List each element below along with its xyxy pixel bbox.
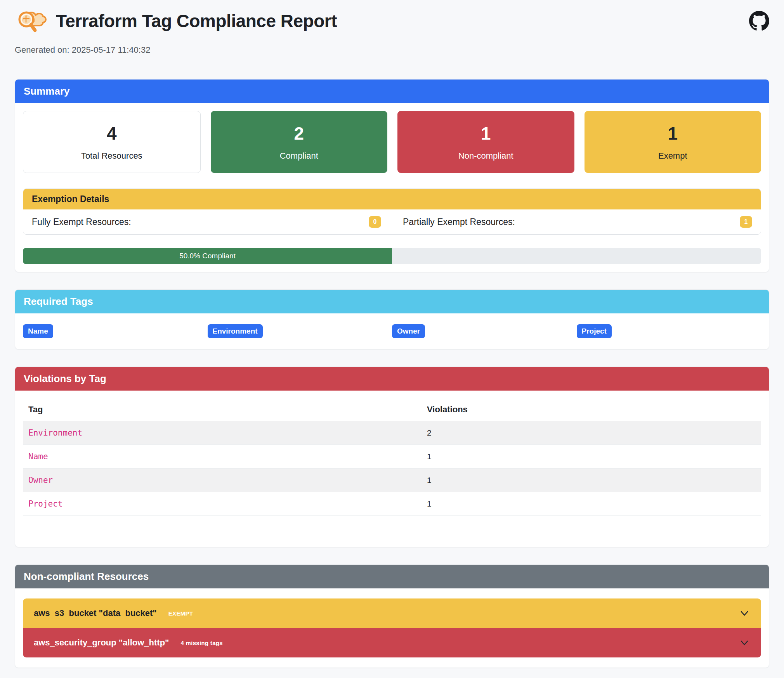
violations-col-tag: Tag	[23, 400, 421, 421]
table-row: Owner 1	[23, 469, 761, 492]
violation-count: 2	[421, 421, 761, 445]
compliance-progress-track: 50.0% Compliant	[23, 248, 761, 264]
stat-card-total: 4 Total Resources	[23, 111, 201, 173]
page-header: Terraform Tag Compliance Report	[15, 5, 769, 36]
stat-card-noncompliant: 1 Non-compliant	[397, 111, 574, 173]
noncompliant-header: Non-compliant Resources	[15, 565, 769, 588]
summary-header: Summary	[15, 80, 769, 103]
compliance-progress-fill: 50.0% Compliant	[23, 248, 392, 264]
resource-name: aws_s3_bucket "data_bucket"	[34, 608, 157, 618]
resource-status-badge: 4 missing tags	[181, 640, 223, 646]
partially-exempt-count-badge: 1	[740, 216, 752, 228]
accordion-item-allow-http[interactable]: aws_security_group "allow_http" 4 missin…	[23, 628, 761, 657]
violations-section: Violations by Tag Tag Violations Environ…	[15, 367, 769, 547]
exemption-details-box: Exemption Details Fully Exempt Resources…	[23, 189, 761, 235]
table-row: Name 1	[23, 445, 761, 469]
stat-card-exempt: 1 Exempt	[585, 111, 761, 173]
table-row: Environment 2	[23, 421, 761, 445]
summary-section: Summary 4 Total Resources 2 Compliant 1 …	[15, 79, 769, 272]
chevron-down-icon	[739, 607, 750, 619]
chevron-down-icon	[739, 637, 750, 649]
violation-count: 1	[421, 445, 761, 469]
required-tag-badge-project: Project	[577, 324, 612, 338]
summary-stat-row: 4 Total Resources 2 Compliant 1 Non-comp…	[23, 111, 761, 173]
exemption-details-header: Exemption Details	[23, 189, 761, 209]
violation-tag: Owner	[23, 469, 421, 492]
partially-exempt-label: Partially Exempt Resources:	[403, 217, 515, 227]
violations-header: Violations by Tag	[15, 367, 769, 391]
page-title: Terraform Tag Compliance Report	[56, 10, 742, 31]
stat-card-compliant: 2 Compliant	[211, 111, 388, 173]
stat-exempt-label: Exempt	[658, 151, 687, 161]
fully-exempt-label: Fully Exempt Resources:	[32, 217, 131, 227]
page-container: Terraform Tag Compliance Report Generate…	[0, 0, 784, 678]
terratags-logo-icon	[15, 5, 49, 36]
resource-status-badge: EXEMPT	[168, 610, 193, 617]
violation-count: 1	[421, 469, 761, 492]
stat-total-value: 4	[107, 123, 117, 144]
github-icon	[749, 11, 769, 31]
table-row: Project 1	[23, 492, 761, 516]
violation-count: 1	[421, 492, 761, 516]
stat-compliant-label: Compliant	[280, 151, 318, 161]
stat-noncompliant-label: Non-compliant	[458, 151, 513, 161]
violations-table: Tag Violations Environment 2 Name 1 Owne…	[23, 400, 761, 516]
required-tag-badge-name: Name	[23, 324, 53, 338]
violations-col-count: Violations	[421, 400, 761, 421]
stat-compliant-value: 2	[294, 123, 304, 144]
violation-tag: Project	[23, 492, 421, 516]
fully-exempt-count-badge: 0	[369, 216, 381, 228]
required-tag-badge-environment: Environment	[208, 324, 263, 338]
accordion-item-data-bucket[interactable]: aws_s3_bucket "data_bucket" EXEMPT	[23, 598, 761, 628]
stat-noncompliant-value: 1	[481, 123, 491, 144]
fully-exempt-row: Fully Exempt Resources: 0	[32, 216, 381, 228]
required-tags-header: Required Tags	[15, 290, 769, 313]
required-tag-badge-owner: Owner	[392, 324, 425, 338]
violation-tag: Name	[23, 445, 421, 469]
resource-name: aws_security_group "allow_http"	[34, 638, 169, 648]
github-link[interactable]	[749, 11, 769, 31]
required-tags-section: Required Tags Name Environment Owner Pro…	[15, 289, 769, 349]
stat-total-label: Total Resources	[81, 151, 142, 161]
generated-timestamp: Generated on: 2025-05-17 11:40:32	[15, 45, 769, 55]
violation-tag: Environment	[23, 421, 421, 445]
stat-exempt-value: 1	[668, 123, 678, 144]
noncompliant-section: Non-compliant Resources aws_s3_bucket "d…	[15, 564, 769, 668]
partially-exempt-row: Partially Exempt Resources: 1	[403, 216, 752, 228]
